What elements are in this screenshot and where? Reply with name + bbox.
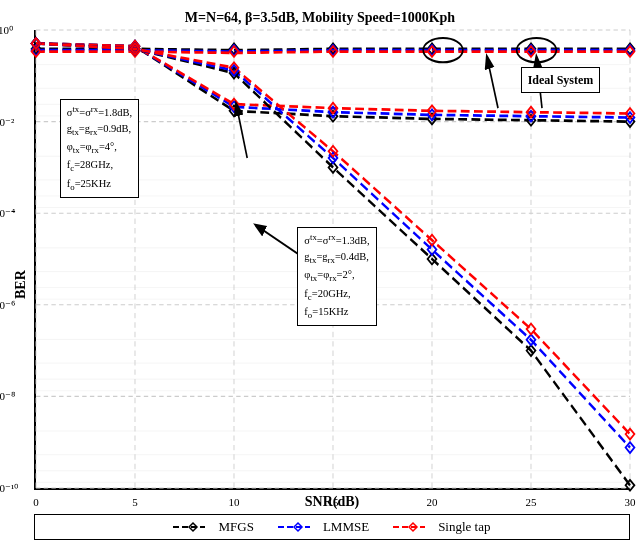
legend-lmmse-line-icon	[278, 520, 318, 534]
x-tick-5: 25	[525, 496, 536, 508]
chart-container: M=N=64, β=3.5dB, Mobility Speed=1000Kph …	[10, 10, 630, 540]
legend-singletap: Single tap	[393, 519, 490, 535]
chart-title: M=N=64, β=3.5dB, Mobility Speed=1000Kph	[185, 10, 455, 26]
legend-area: MFGS LMMSE Single tap	[34, 514, 630, 540]
y-tick-0: 10⁰	[0, 24, 13, 37]
y-tick-4: 10⁻⁸	[0, 390, 15, 403]
legend-singletap-line-icon	[393, 520, 433, 534]
annotation-box-2: σtx=σrx=1.3dB, gtx=grx=0.4dB, φtx=φrx=2°…	[297, 227, 376, 326]
y-tick-5: 10⁻¹⁰	[0, 482, 18, 495]
x-tick-4: 20	[427, 496, 438, 508]
x-tick-0: 0	[33, 496, 39, 508]
y-axis-label: BER	[10, 30, 32, 540]
legend-mfgs: MFGS	[173, 519, 253, 535]
ideal-system-label: Ideal System	[521, 67, 601, 93]
ideal-singletap-line	[36, 52, 630, 53]
plot-wrapper: 10⁰ 10⁻² 10⁻⁴ 10⁻⁶ 10⁻⁸ 10⁻¹⁰ 0 5 10 15 …	[34, 30, 630, 490]
plot-and-x: 10⁰ 10⁻² 10⁻⁴ 10⁻⁶ 10⁻⁸ 10⁻¹⁰ 0 5 10 15 …	[34, 30, 630, 540]
x-tick-6: 30	[625, 496, 636, 508]
x-tick-2: 10	[228, 496, 239, 508]
y-tick-2: 10⁻⁴	[0, 207, 15, 220]
annotation-box-1: σtx=σrx=1.8dB, gtx=grx=0.9dB, φtx=φrx=4°…	[60, 99, 139, 198]
legend-singletap-label: Single tap	[438, 519, 490, 535]
chart-area: BER 10⁰ 10⁻² 10⁻⁴ 10⁻⁶ 10⁻⁸ 10⁻¹⁰ 0 5 10…	[10, 30, 630, 540]
annotation2-text: σtx=σrx=1.3dB, gtx=grx=0.4dB, φtx=φrx=2°…	[304, 235, 369, 316]
legend-lmmse-label: LMMSE	[323, 519, 369, 535]
legend-mfgs-label: MFGS	[218, 519, 253, 535]
y-tick-3: 10⁻⁶	[0, 298, 15, 311]
x-tick-3: 15	[328, 496, 339, 508]
legend-mfgs-line-icon	[173, 520, 213, 534]
legend-lmmse: LMMSE	[278, 519, 369, 535]
y-tick-1: 10⁻²	[0, 115, 14, 128]
x-tick-1: 5	[132, 496, 138, 508]
annotation1-text: σtx=σrx=1.8dB, gtx=grx=0.9dB, φtx=φrx=4°…	[67, 107, 132, 188]
